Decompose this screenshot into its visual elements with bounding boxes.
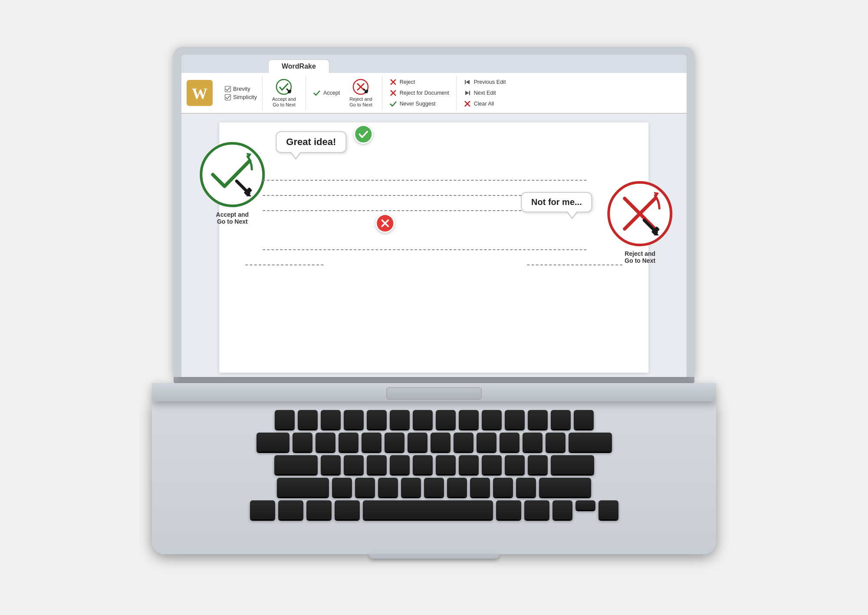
key-8[interactable]: [436, 410, 456, 429]
reject-circle-svg[interactable]: [605, 179, 675, 248]
key-t[interactable]: [385, 433, 404, 452]
brevity-check-icon: [225, 86, 231, 92]
key-alt-left[interactable]: [306, 500, 332, 519]
key-10[interactable]: [482, 410, 502, 429]
key-cmd-left[interactable]: [335, 500, 360, 519]
key-e[interactable]: [339, 433, 358, 452]
key-5[interactable]: [367, 410, 387, 429]
never-suggest-button[interactable]: Never Suggest: [388, 99, 451, 109]
touchpad[interactable]: [386, 387, 482, 400]
simplicity-check-icon: [225, 94, 231, 100]
key-4[interactable]: [344, 410, 364, 429]
key-q[interactable]: [293, 433, 312, 452]
key-3[interactable]: [321, 410, 341, 429]
key-p[interactable]: [500, 433, 519, 452]
key-d[interactable]: [367, 455, 387, 474]
keyboard-row-4: [277, 478, 591, 497]
key-x[interactable]: [355, 478, 375, 497]
key-fn[interactable]: [250, 500, 275, 519]
ribbon-toolbar: W Brevity: [181, 73, 687, 114]
clear-all-label: Clear All: [474, 101, 494, 107]
key-13[interactable]: [551, 410, 571, 429]
reject-button[interactable]: Reject: [388, 77, 451, 87]
key-right[interactable]: [598, 500, 618, 519]
key-left[interactable]: [552, 500, 572, 519]
key-6[interactable]: [390, 410, 410, 429]
key-up-down[interactable]: [575, 500, 595, 510]
key-semi[interactable]: [528, 455, 548, 474]
reject-next-label: Reject and Go to Next: [349, 96, 372, 108]
reject-label: Reject: [400, 79, 415, 85]
accept-circle-label: Accept and Go to Next: [216, 211, 249, 225]
wordrake-tab[interactable]: WordRake: [268, 60, 329, 73]
reject-and-next-button[interactable]: Reject and Go to Next: [345, 76, 377, 109]
key-7[interactable]: [413, 410, 433, 429]
accept-button[interactable]: Accept: [311, 88, 342, 98]
key-14[interactable]: [574, 410, 594, 429]
key-caps[interactable]: [274, 455, 318, 474]
key-comma[interactable]: [493, 478, 513, 497]
clear-all-icon: [464, 100, 471, 108]
key-i[interactable]: [454, 433, 473, 452]
key-z[interactable]: [332, 478, 352, 497]
reject-for-doc-button[interactable]: Reject for Document: [388, 88, 451, 98]
key-l[interactable]: [505, 455, 525, 474]
key-c[interactable]: [378, 478, 398, 497]
floating-red-x: [375, 214, 395, 233]
accept-icon: [313, 89, 321, 97]
dashed-line-6: [527, 265, 623, 265]
key-bracket1[interactable]: [523, 433, 542, 452]
key-cmd-right[interactable]: [496, 500, 521, 519]
key-g[interactable]: [413, 455, 433, 474]
accept-reject-section: Accept: [306, 76, 382, 110]
simplicity-checkbox[interactable]: Simplicity: [225, 94, 257, 100]
never-suggest-icon: [389, 100, 397, 108]
bubble-not-for-me: Not for me...: [521, 192, 592, 212]
key-n[interactable]: [447, 478, 467, 497]
key-backspace[interactable]: [569, 433, 612, 452]
accept-and-next-button[interactable]: Accept and Go to Next: [268, 76, 300, 109]
key-o[interactable]: [477, 433, 496, 452]
key-r[interactable]: [362, 433, 381, 452]
key-y[interactable]: [408, 433, 427, 452]
key-u[interactable]: [431, 433, 450, 452]
key-a[interactable]: [321, 455, 341, 474]
accept-circle-svg[interactable]: [197, 140, 267, 209]
svg-text:W: W: [192, 85, 207, 102]
key-v[interactable]: [401, 478, 421, 497]
reject-for-doc-label: Reject for Document: [400, 90, 449, 96]
key-shift-left[interactable]: [277, 478, 329, 497]
svg-point-22: [201, 143, 263, 206]
next-edit-button[interactable]: Next Edit: [462, 88, 508, 98]
previous-edit-button[interactable]: Previous Edit: [462, 77, 508, 87]
key-tab[interactable]: [256, 433, 289, 452]
key-bracket2[interactable]: [546, 433, 566, 452]
key-shift-right[interactable]: [539, 478, 591, 497]
key-b[interactable]: [424, 478, 444, 497]
key-h[interactable]: [436, 455, 456, 474]
key-m[interactable]: [470, 478, 490, 497]
key-f[interactable]: [390, 455, 410, 474]
key-enter[interactable]: [551, 455, 594, 474]
key-k[interactable]: [482, 455, 502, 474]
never-suggest-label: Never Suggest: [400, 101, 436, 107]
dashed-line-4: [263, 249, 586, 250]
key-alt-right[interactable]: [524, 500, 549, 519]
previous-edit-label: Previous Edit: [474, 79, 506, 85]
key-11[interactable]: [505, 410, 525, 429]
key-j[interactable]: [459, 455, 479, 474]
key-ctrl[interactable]: [278, 500, 303, 519]
key-12[interactable]: [528, 410, 548, 429]
key-1[interactable]: [275, 410, 295, 429]
key-w[interactable]: [316, 433, 335, 452]
laptop-screen-inner: WordRake W: [181, 55, 687, 377]
key-space[interactable]: [363, 500, 493, 519]
key-period[interactable]: [516, 478, 536, 497]
brevity-checkbox[interactable]: Brevity: [225, 86, 257, 92]
clear-all-button[interactable]: Clear All: [462, 99, 508, 109]
svg-marker-16: [466, 80, 470, 84]
key-2[interactable]: [298, 410, 318, 429]
nav-section: Previous Edit Next Edit: [457, 76, 513, 110]
key-s[interactable]: [344, 455, 364, 474]
key-9[interactable]: [459, 410, 479, 429]
